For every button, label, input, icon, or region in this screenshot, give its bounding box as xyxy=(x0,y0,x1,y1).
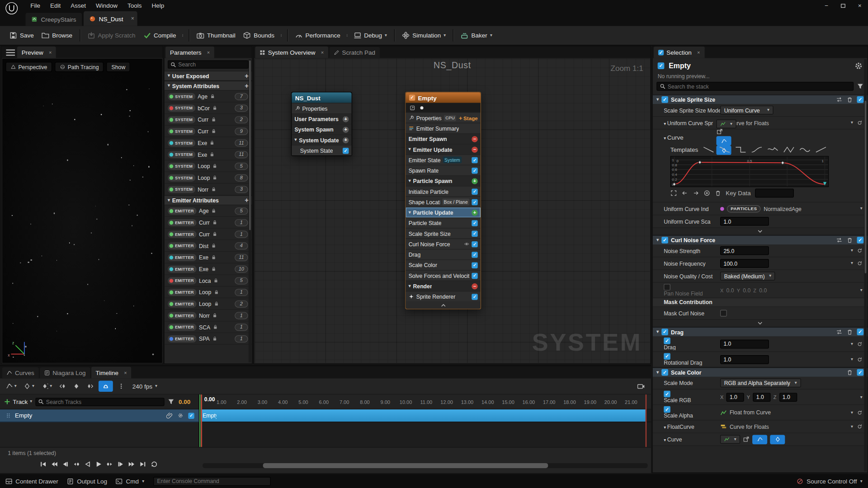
close-icon[interactable]: × xyxy=(49,50,52,55)
tab-system-overview[interactable]: System Overview× xyxy=(255,47,328,58)
trash-icon[interactable] xyxy=(846,369,853,376)
close-icon[interactable]: × xyxy=(851,0,868,11)
playback-range-end[interactable] xyxy=(646,394,646,447)
row-uniform-curve-spr[interactable]: ▾ Uniform Curve SprCurve for Floats▾ xyxy=(653,117,868,129)
content-drawer-button[interactable]: Content Drawer xyxy=(5,478,58,484)
isolate-icon[interactable] xyxy=(177,412,184,419)
tab-selection[interactable]: ✓ Selection × xyxy=(654,47,704,58)
node-row-curl-noise-force[interactable]: Curl Noise Force✓ xyxy=(406,239,481,249)
curve-template-icon[interactable] xyxy=(799,146,810,153)
row-checkbox[interactable]: ✓ xyxy=(664,353,670,360)
close-icon[interactable]: × xyxy=(124,370,127,375)
add-key-icon[interactable] xyxy=(703,190,710,197)
close-icon[interactable]: × xyxy=(207,50,210,55)
parameter-row-system-exe[interactable]: SYSTEMExe11 xyxy=(165,137,252,149)
module-enabled-checkbox[interactable]: ✓ xyxy=(661,237,668,244)
parameter-row-emitter-dist[interactable]: EMITTERDist4 xyxy=(165,240,252,252)
chevron-down-icon[interactable]: ▾ xyxy=(168,198,170,202)
parameter-row-system-curr[interactable]: SYSTEMCurr9 xyxy=(165,126,252,137)
node-row-sprite-renderer[interactable]: Sprite Renderer✓ xyxy=(406,291,481,301)
trash-icon[interactable] xyxy=(846,96,853,103)
menu-edit[interactable]: Edit xyxy=(45,0,66,11)
module-enabled-checkbox[interactable]: ✓ xyxy=(472,262,477,268)
menu-help[interactable]: Help xyxy=(147,0,170,11)
curve-editor-button[interactable]: ▾ xyxy=(4,380,19,391)
node-row-emitter-state[interactable]: Emitter StateSystem✓ xyxy=(406,155,481,165)
emitter-enabled-checkbox[interactable]: ✓ xyxy=(409,94,415,100)
module-enabled-checkbox[interactable]: ✓ xyxy=(472,188,477,194)
to-front-button[interactable] xyxy=(39,460,47,468)
close-icon[interactable]: × xyxy=(131,15,134,21)
cmd-selector[interactable]: Cmd ▾ xyxy=(116,478,145,484)
node-row-particle-spawn[interactable]: ▾Particle Spawn+ xyxy=(406,175,481,186)
module-enabled-checkbox[interactable]: ✓ xyxy=(661,96,668,103)
fit-curve-vertical-button[interactable] xyxy=(770,435,785,444)
module-enabled-checkbox[interactable]: ✓ xyxy=(472,220,477,226)
chevron-down-icon[interactable]: ▾ xyxy=(168,84,170,88)
node-row-emitter-summary[interactable]: Emitter Summary xyxy=(406,123,481,133)
parameter-row-emitter-exe[interactable]: EMITTERExe11 xyxy=(165,252,252,263)
step-back-button[interactable] xyxy=(61,460,69,468)
module-enabled-checkbox[interactable]: ✓ xyxy=(661,369,668,376)
node-row-properties[interactable]: PropertiesCPU+Stage xyxy=(406,113,481,123)
curve-source-dropdown[interactable]: ▾ xyxy=(720,435,740,444)
module-enabled-checkbox[interactable]: ✓ xyxy=(472,241,477,247)
more-options-icon[interactable] xyxy=(344,33,349,38)
add-module-icon[interactable]: + xyxy=(472,178,477,184)
parameter-row-system-norr[interactable]: SYSTEMNorr3 xyxy=(165,184,252,196)
chevron-down-icon[interactable]: ▾ xyxy=(409,147,411,152)
attach-icon[interactable] xyxy=(166,412,173,419)
tab-parameters[interactable]: Parameters × xyxy=(165,47,214,58)
dropdown-caret-icon[interactable]: ▾ xyxy=(851,357,853,361)
section-header-scale-sprite-size[interactable]: ▾✓Scale Sprite Size✓ xyxy=(653,94,868,104)
bounds-button[interactable]: Bounds xyxy=(239,28,278,42)
timeline-ruler[interactable]: 0.00 1.002.003.004.005.006.007.008.009.0… xyxy=(199,394,651,409)
parameter-row-system-loop[interactable]: SYSTEMLoop5 xyxy=(165,160,252,172)
tab-preview[interactable]: Preview × xyxy=(17,47,56,58)
maximize-icon[interactable] xyxy=(835,0,852,11)
curve-template-icon[interactable] xyxy=(735,146,746,153)
dropdown-caret-icon[interactable]: ▾ xyxy=(860,288,863,292)
curve-template-icon[interactable] xyxy=(816,146,826,153)
value-field[interactable]: 1.0 xyxy=(720,339,769,348)
module-checkbox[interactable]: ✓ xyxy=(857,96,864,103)
close-icon[interactable]: × xyxy=(321,50,324,55)
module-checkbox[interactable]: ✓ xyxy=(857,369,864,376)
add-stage-button[interactable]: +Stage xyxy=(459,115,478,121)
timeline-scrollbar-thumb[interactable] xyxy=(263,463,548,468)
dropdown-scale-mode[interactable]: RGB and Alpha Separately▾ xyxy=(720,379,801,388)
swap-icon[interactable] xyxy=(836,328,843,335)
node-row-spawn-rate[interactable]: Spawn Rate✓ xyxy=(406,165,481,175)
section-system-attributes[interactable]: ▾System Attributes+ xyxy=(165,81,252,91)
more-options-icon[interactable] xyxy=(180,33,185,38)
prev-keyframe-button[interactable] xyxy=(57,380,68,391)
module-enabled-checkbox[interactable]: ✓ xyxy=(472,157,477,163)
parameter-row-system-bcor[interactable]: SYSTEMbCor3 xyxy=(165,103,252,114)
collapse-section-button[interactable] xyxy=(653,320,868,327)
row-pan-noise-field[interactable]: Pan Noise FieldX0.0Y0.0Z0.0▾ xyxy=(653,283,868,298)
row-noise-quality-cost[interactable]: Noise Quality / CostBaked (Medium)▾ xyxy=(653,270,868,283)
reset-to-default-icon[interactable] xyxy=(857,357,863,362)
add-keyframe-button[interactable] xyxy=(71,380,82,391)
menu-tools[interactable]: Tools xyxy=(123,0,146,11)
selection-scrollbar[interactable] xyxy=(864,59,867,471)
node-row-particle-update[interactable]: ▾Particle Update+ xyxy=(406,207,481,217)
chevron-down-icon[interactable]: ▾ xyxy=(656,370,659,375)
eye-icon[interactable] xyxy=(464,241,469,247)
viewport-perspective-button[interactable]: Perspective xyxy=(5,62,52,72)
close-icon[interactable]: × xyxy=(697,50,700,55)
more-button[interactable] xyxy=(116,380,127,391)
parameter-row-emitter-age[interactable]: EMITTERAge5 xyxy=(165,205,252,217)
swap-icon[interactable] xyxy=(836,237,843,244)
curve-template-icon[interactable] xyxy=(703,146,714,153)
node-row-system-state[interactable]: System State✓ xyxy=(292,145,351,155)
section-header-curl-noise-force[interactable]: ▾✓Curl Noise Force✓ xyxy=(653,235,868,244)
reset-to-default-icon[interactable] xyxy=(857,248,863,253)
next-key-icon[interactable] xyxy=(693,190,699,197)
expand-curve-icon[interactable] xyxy=(670,190,677,197)
performance-button[interactable]: Performance xyxy=(291,28,344,42)
track-search-input[interactable] xyxy=(46,399,161,404)
trash-icon[interactable] xyxy=(846,328,853,335)
node-row-scale-sprite-size[interactable]: Scale Sprite Size✓ xyxy=(406,228,481,238)
menu-window[interactable]: Window xyxy=(91,0,123,11)
